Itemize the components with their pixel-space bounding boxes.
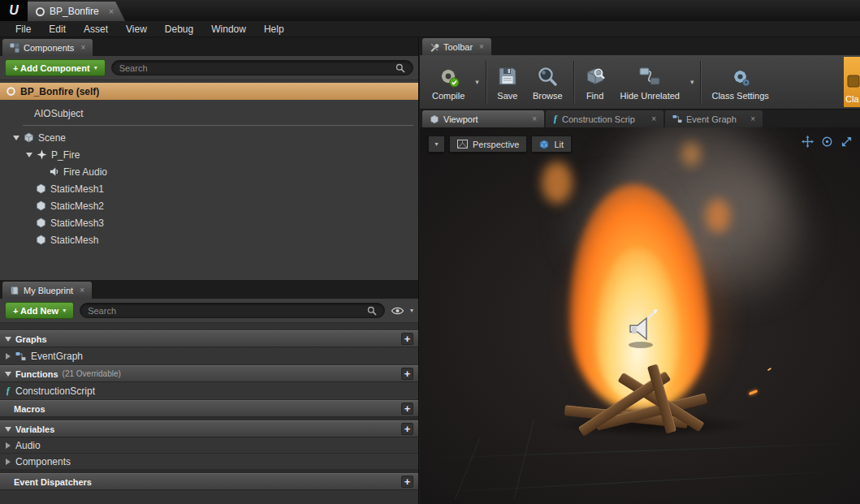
menu-debug[interactable]: Debug xyxy=(156,24,202,35)
viewport-tab-label: Viewport xyxy=(443,114,478,124)
audio-component-gizmo[interactable] xyxy=(620,308,661,352)
expander-closed-icon[interactable] xyxy=(6,442,11,449)
close-icon[interactable]: × xyxy=(651,114,656,123)
macros-header-label: Macros xyxy=(14,404,45,414)
translate-gizmo-icon[interactable] xyxy=(802,136,814,148)
tab-construction-script[interactable]: ƒ Construction Scrip × xyxy=(546,110,663,127)
tree-row-bp-bonfire-self[interactable]: BP_Bonfire (self) xyxy=(0,83,418,100)
hide-unrelated-options-caret[interactable]: ▾ xyxy=(687,78,698,86)
menu-window[interactable]: Window xyxy=(202,24,255,35)
construction-script-row[interactable]: ƒ ConstructionScript xyxy=(0,382,418,400)
tab-components[interactable]: Components × xyxy=(2,39,93,56)
lit-mode-button[interactable]: Lit xyxy=(531,136,572,153)
tree-row-staticmesh1[interactable]: StaticMesh1 xyxy=(0,180,418,197)
function-icon: ƒ xyxy=(6,385,11,397)
close-icon[interactable]: × xyxy=(750,114,755,123)
find-button[interactable]: Find xyxy=(577,57,613,107)
close-icon[interactable]: × xyxy=(80,43,85,52)
class-defaults-button-partial[interactable]: Cla xyxy=(844,57,860,107)
menu-view[interactable]: View xyxy=(117,24,156,35)
audio-component-icon xyxy=(49,166,59,177)
rotate-gizmo-icon[interactable] xyxy=(821,136,833,148)
find-label: Find xyxy=(586,91,603,101)
expander-closed-icon[interactable] xyxy=(6,459,11,465)
menu-bar: File Edit Asset View Debug Window Help xyxy=(0,21,860,37)
event-dispatchers-section-header[interactable]: Event Dispatchers + xyxy=(0,473,418,490)
add-event-dispatcher-button[interactable]: + xyxy=(401,476,413,488)
graphs-section-header[interactable]: Graphs + xyxy=(0,330,418,347)
close-icon[interactable]: × xyxy=(80,286,84,295)
close-icon[interactable]: × xyxy=(532,114,537,123)
class-defaults-label: Cla xyxy=(845,94,859,104)
compile-label: Compile xyxy=(432,91,465,101)
event-graph-icon xyxy=(15,351,26,361)
class-settings-button[interactable]: Class Settings xyxy=(704,57,776,107)
components-search[interactable] xyxy=(111,60,413,75)
tree-row-staticmesh[interactable]: StaticMesh xyxy=(0,231,418,248)
perspective-icon xyxy=(457,140,468,149)
construction-script-label: ConstructionScript xyxy=(15,386,95,397)
event-graph-row[interactable]: EventGraph xyxy=(0,347,418,365)
components-search-input[interactable] xyxy=(119,63,391,73)
add-function-button[interactable]: + xyxy=(401,368,413,380)
browse-magnifier-icon xyxy=(537,63,558,89)
close-icon[interactable]: × xyxy=(479,42,484,51)
menu-edit[interactable]: Edit xyxy=(40,24,75,35)
expander-open-icon[interactable] xyxy=(26,153,32,157)
tab-my-blueprint[interactable]: My Blueprint × xyxy=(2,282,92,299)
tab-toolbar[interactable]: Toolbar × xyxy=(422,38,491,55)
tab-event-graph[interactable]: Event Graph × xyxy=(665,110,763,127)
maximize-viewport-icon[interactable] xyxy=(841,136,853,148)
expander-closed-icon[interactable] xyxy=(6,353,11,360)
viewport-options-button[interactable]: ▾ xyxy=(428,136,445,153)
components-category-label: Components xyxy=(15,456,71,467)
tree-row-p-fire[interactable]: P_Fire xyxy=(0,146,418,163)
functions-section-header[interactable]: Functions (21 Overridable) + xyxy=(0,365,418,382)
expander-open-icon[interactable] xyxy=(5,372,11,377)
expander-open-icon[interactable] xyxy=(5,337,11,342)
particle-system-icon xyxy=(37,149,47,160)
my-blueprint-tabstrip: My Blueprint × xyxy=(0,280,418,299)
my-blueprint-toolbar: + Add New ▾ ▾ xyxy=(0,299,418,323)
menu-help[interactable]: Help xyxy=(255,24,293,35)
menu-file[interactable]: File xyxy=(6,24,40,35)
compile-button[interactable]: Compile xyxy=(425,57,472,107)
hide-unrelated-button[interactable]: Hide Unrelated xyxy=(613,57,687,107)
tree-row-label: Fire Audio xyxy=(63,166,107,178)
tab-viewport[interactable]: Viewport × xyxy=(422,110,544,127)
perspective-button[interactable]: Perspective xyxy=(449,136,527,153)
variables-section-header[interactable]: Variables + xyxy=(0,420,418,437)
expander-open-icon[interactable] xyxy=(13,136,19,140)
save-button[interactable]: Save xyxy=(490,57,525,107)
filter-caret-icon[interactable]: ▾ xyxy=(410,307,413,314)
tree-row-aiosubject[interactable]: AIOSubject xyxy=(0,105,418,122)
macros-section-header[interactable]: Macros + xyxy=(0,400,418,417)
construction-script-tab-label: Construction Scrip xyxy=(562,114,635,124)
tree-row-fire-audio[interactable]: Fire Audio xyxy=(0,163,418,180)
compile-options-caret[interactable]: ▾ xyxy=(472,78,482,86)
my-blueprint-search-input[interactable] xyxy=(88,306,362,316)
add-component-button[interactable]: + Add Component ▾ xyxy=(5,59,106,76)
floor-grid-line xyxy=(420,470,859,493)
menu-asset[interactable]: Asset xyxy=(75,24,117,35)
add-graph-button[interactable]: + xyxy=(401,333,413,345)
close-icon[interactable]: × xyxy=(109,6,114,16)
variables-header-label: Variables xyxy=(15,424,54,434)
document-tab-bp-bonfire[interactable]: BP_Bonfire × xyxy=(28,2,125,21)
add-macro-button[interactable]: + xyxy=(401,403,413,415)
static-mesh-icon xyxy=(36,200,46,211)
expander-open-icon[interactable] xyxy=(5,427,11,432)
visibility-filter-eye-icon[interactable] xyxy=(391,306,404,316)
blueprint-3d-viewport[interactable]: ▾ Perspective Lit xyxy=(420,127,860,504)
add-new-button[interactable]: + Add New ▾ xyxy=(5,302,74,319)
add-variable-button[interactable]: + xyxy=(401,423,413,435)
tree-row-staticmesh2[interactable]: StaticMesh2 xyxy=(0,197,418,214)
blueprint-self-icon xyxy=(6,86,16,97)
browse-button[interactable]: Browse xyxy=(525,57,570,107)
viewport-controls: ▾ Perspective Lit xyxy=(428,136,572,153)
variables-audio-category-row[interactable]: Audio xyxy=(0,437,418,454)
my-blueprint-search[interactable] xyxy=(80,303,385,318)
tree-row-staticmesh3[interactable]: StaticMesh3 xyxy=(0,214,418,231)
variables-components-category-row[interactable]: Components xyxy=(0,454,418,470)
tree-row-scene[interactable]: Scene xyxy=(0,129,418,146)
